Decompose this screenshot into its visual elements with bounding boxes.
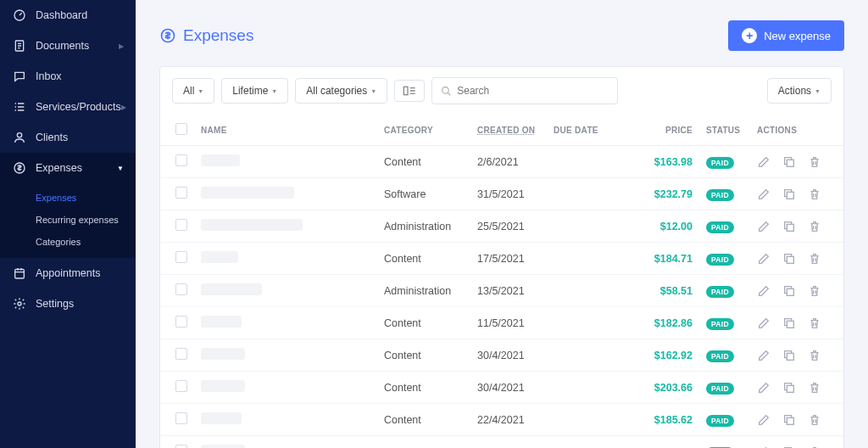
cell-created: 22/4/2021: [470, 404, 547, 436]
status-badge: PAID: [706, 350, 734, 362]
delete-icon[interactable]: [808, 220, 821, 233]
page-title: Expenses: [159, 26, 253, 45]
delete-icon[interactable]: [808, 316, 821, 330]
table-row: Content2/6/2021$163.98PAID: [160, 146, 843, 178]
expenses-submenu: Expenses Recurring expenses Categories: [0, 183, 136, 258]
copy-icon[interactable]: [782, 284, 796, 298]
cell-category: Content: [377, 307, 470, 339]
col-name[interactable]: NAME: [194, 115, 377, 146]
edit-icon[interactable]: [757, 252, 771, 266]
svg-rect-14: [787, 321, 793, 328]
cell-name: [194, 307, 377, 339]
edit-icon[interactable]: [757, 413, 771, 427]
sidebar-item-inbox[interactable]: Inbox: [0, 61, 136, 92]
edit-icon[interactable]: [757, 381, 771, 395]
edit-icon[interactable]: [757, 284, 771, 298]
svg-rect-12: [787, 256, 793, 263]
copy-icon[interactable]: [782, 445, 796, 449]
edit-icon[interactable]: [757, 188, 771, 201]
col-status[interactable]: STATUS: [699, 115, 750, 146]
delete-icon[interactable]: [808, 381, 821, 395]
col-created[interactable]: CREATED ON: [470, 115, 547, 146]
sub-item-recurring[interactable]: Recurring expenses: [0, 209, 136, 231]
row-checkbox[interactable]: [175, 154, 187, 166]
status-badge: PAID: [706, 286, 734, 298]
delete-icon[interactable]: [808, 252, 821, 266]
status-badge: PAID: [706, 189, 734, 201]
copy-icon[interactable]: [782, 413, 796, 427]
delete-icon[interactable]: [808, 413, 821, 427]
copy-icon[interactable]: [782, 188, 796, 201]
row-checkbox[interactable]: [175, 445, 187, 448]
row-checkbox[interactable]: [175, 316, 187, 328]
row-checkbox[interactable]: [175, 412, 187, 424]
edit-icon[interactable]: [757, 155, 771, 169]
cell-status: PAID: [699, 243, 750, 275]
edit-icon[interactable]: [757, 349, 771, 362]
new-expense-button[interactable]: +New expense: [728, 20, 844, 51]
edit-icon[interactable]: [757, 220, 771, 233]
delete-icon[interactable]: [808, 188, 821, 201]
status-badge: PAID: [706, 383, 734, 395]
row-checkbox[interactable]: [175, 380, 187, 392]
actions-dropdown[interactable]: Actions▼: [767, 78, 832, 104]
delete-icon[interactable]: [808, 445, 821, 449]
sidebar-item-label: Services/Products: [36, 101, 121, 113]
svg-point-8: [442, 87, 449, 93]
copy-icon[interactable]: [782, 155, 796, 169]
sidebar-item-label: Inbox: [36, 70, 62, 82]
col-actions[interactable]: ACTIONS: [750, 115, 843, 146]
cell-category: Software: [377, 178, 470, 210]
view-toggle-button[interactable]: [394, 80, 425, 102]
chevron-down-icon: ▼: [117, 165, 124, 172]
select-all-checkbox[interactable]: [175, 123, 187, 135]
edit-icon[interactable]: [757, 445, 771, 449]
sidebar-item-documents[interactable]: Documents▶: [0, 31, 136, 61]
sidebar-item-appointments[interactable]: Appointments: [0, 258, 136, 288]
table-row: Content17/5/2021$184.71PAID: [160, 243, 843, 275]
copy-icon[interactable]: [782, 252, 796, 266]
sidebar-item-expenses[interactable]: Expenses▼: [0, 153, 136, 183]
col-due[interactable]: DUE DATE: [547, 115, 632, 146]
status-badge: PAID: [706, 157, 734, 169]
document-icon: [12, 38, 27, 53]
table-row: Administration13/5/2021$58.51PAID: [160, 275, 843, 307]
filter-categories[interactable]: All categories▼: [295, 78, 387, 104]
row-checkbox[interactable]: [175, 219, 187, 231]
search-box[interactable]: [431, 77, 618, 104]
delete-icon[interactable]: [808, 155, 821, 169]
filter-all[interactable]: All▼: [172, 78, 214, 104]
col-category[interactable]: CATEGORY: [377, 115, 470, 146]
sidebar-item-settings[interactable]: Settings: [0, 288, 136, 319]
copy-icon[interactable]: [782, 220, 796, 233]
cell-category: Content: [377, 339, 470, 372]
search-input[interactable]: [457, 85, 609, 97]
copy-icon[interactable]: [782, 381, 796, 395]
row-checkbox[interactable]: [175, 348, 187, 360]
sidebar-item-label: Dashboard: [36, 9, 87, 21]
cell-due: [547, 146, 632, 178]
delete-icon[interactable]: [808, 349, 821, 362]
row-checkbox[interactable]: [175, 283, 187, 295]
sidebar-item-label: Clients: [36, 132, 68, 143]
sub-item-categories[interactable]: Categories: [0, 231, 136, 253]
row-checkbox[interactable]: [175, 251, 187, 263]
cell-due: [547, 372, 632, 404]
cell-created: 31/5/2021: [470, 178, 547, 210]
cell-name: [194, 339, 377, 372]
sidebar-item-clients[interactable]: Clients: [0, 122, 136, 153]
delete-icon[interactable]: [808, 284, 821, 298]
sub-item-expenses[interactable]: Expenses: [0, 187, 136, 209]
edit-icon[interactable]: [757, 316, 771, 330]
svg-rect-13: [787, 288, 793, 295]
cell-category: Administration: [377, 210, 470, 243]
cell-price: $203.66: [632, 372, 699, 404]
filter-lifetime[interactable]: Lifetime▼: [221, 78, 288, 104]
copy-icon[interactable]: [782, 316, 796, 330]
cell-price: $162.92: [632, 339, 699, 372]
sidebar-item-dashboard[interactable]: Dashboard: [0, 0, 136, 31]
row-checkbox[interactable]: [175, 187, 187, 199]
col-price[interactable]: PRICE: [632, 115, 699, 146]
copy-icon[interactable]: [782, 349, 796, 362]
sidebar-item-services[interactable]: Services/Products▶: [0, 92, 136, 122]
